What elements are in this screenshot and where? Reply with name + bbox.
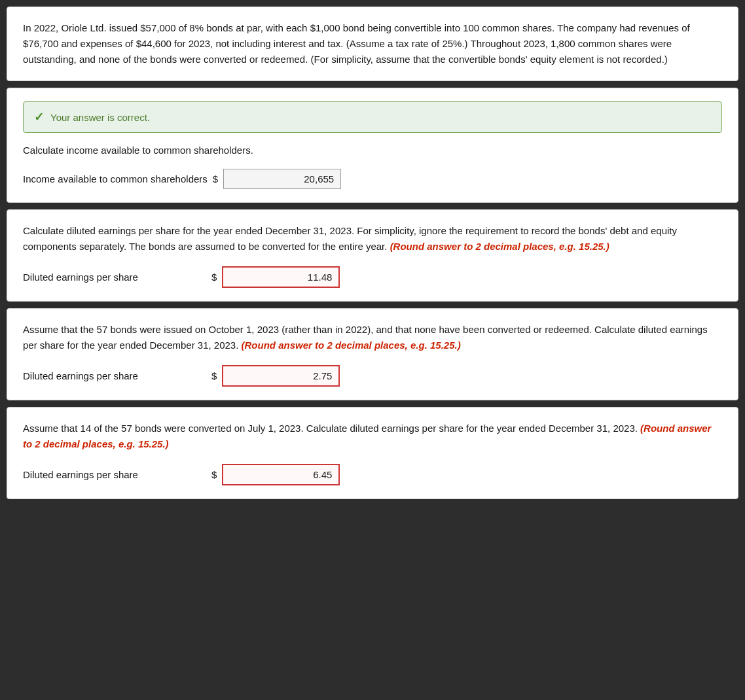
section1-value-input[interactable]: [223, 169, 341, 189]
section1-instruction: Calculate income available to common sha…: [23, 145, 722, 156]
section3-instruction: Assume that the 57 bonds were issued on …: [23, 322, 722, 353]
correct-banner: ✓ Your answer is correct.: [23, 101, 722, 133]
section4-instruction: Assume that 14 of the 57 bonds were conv…: [23, 421, 722, 452]
section4-instruction-text: Assume that 14 of the 57 bonds were conv…: [23, 423, 638, 434]
section2-card: Calculate diluted earnings per share for…: [7, 209, 738, 302]
section1-dollar-sign: $: [213, 173, 218, 184]
section2-input-row: Diluted earnings per share $: [23, 266, 722, 288]
problem-statement-text: In 2022, Oriole Ltd. issued $57,000 of 8…: [23, 20, 722, 67]
section4-input-label: Diluted earnings per share: [23, 469, 206, 480]
problem-statement-card: In 2022, Oriole Ltd. issued $57,000 of 8…: [7, 7, 738, 81]
section4-input-row: Diluted earnings per share $: [23, 464, 722, 485]
correct-banner-text: Your answer is correct.: [50, 112, 150, 123]
section2-value-input[interactable]: [222, 266, 340, 288]
section2-dollar-sign: $: [211, 271, 217, 283]
section2-input-label: Diluted earnings per share: [23, 271, 206, 283]
section4-card: Assume that 14 of the 57 bonds were conv…: [7, 407, 738, 499]
checkmark-icon: ✓: [34, 110, 44, 124]
section3-dollar-sign: $: [211, 370, 217, 381]
section1-input-label: Income available to common shareholders: [23, 173, 208, 184]
section2-instruction-red: (Round answer to 2 decimal places, e.g. …: [390, 241, 609, 252]
section3-value-input[interactable]: [222, 365, 340, 387]
section4-dollar-sign: $: [211, 469, 217, 480]
section3-instruction-red: (Round answer to 2 decimal places, e.g. …: [242, 340, 461, 351]
section3-input-label: Diluted earnings per share: [23, 370, 206, 381]
section3-card: Assume that the 57 bonds were issued on …: [7, 308, 738, 400]
section3-input-row: Diluted earnings per share $: [23, 365, 722, 387]
section1-input-row: Income available to common shareholders …: [23, 169, 722, 189]
section4-value-input[interactable]: [222, 464, 340, 485]
section1-card: ✓ Your answer is correct. Calculate inco…: [7, 88, 738, 203]
section2-instruction: Calculate diluted earnings per share for…: [23, 223, 722, 254]
page-wrapper: In 2022, Oriole Ltd. issued $57,000 of 8…: [0, 0, 745, 506]
